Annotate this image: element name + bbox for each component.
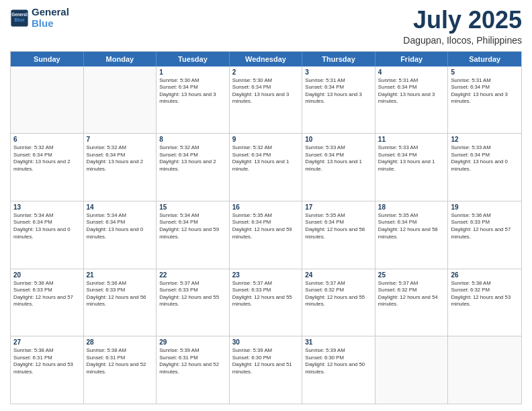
day-info: Sunrise: 5:34 AM Sunset: 6:34 PM Dayligh… <box>87 212 154 240</box>
day-number: 20 <box>13 271 81 279</box>
day-info: Sunrise: 5:31 AM Sunset: 6:34 PM Dayligh… <box>451 77 519 105</box>
header-day-thursday: Thursday <box>302 52 375 66</box>
logo-text-line2: Blue <box>32 18 69 30</box>
day-cell-19: 19Sunrise: 5:36 AM Sunset: 6:33 PM Dayli… <box>448 201 521 269</box>
day-cell-25: 25Sunrise: 5:37 AM Sunset: 6:32 PM Dayli… <box>375 269 449 336</box>
day-cell-7: 7Sunrise: 5:32 AM Sunset: 6:34 PM Daylig… <box>84 134 157 201</box>
main-title: July 2025 <box>403 7 522 34</box>
day-cell-21: 21Sunrise: 5:36 AM Sunset: 6:33 PM Dayli… <box>84 269 157 336</box>
day-number: 11 <box>378 136 445 143</box>
day-info: Sunrise: 5:39 AM Sunset: 6:30 PM Dayligh… <box>305 347 372 375</box>
day-number: 25 <box>378 271 445 279</box>
day-info: Sunrise: 5:38 AM Sunset: 6:31 PM Dayligh… <box>13 347 81 375</box>
logo-icon: General Blue <box>10 9 29 28</box>
empty-cell <box>448 336 521 404</box>
day-info: Sunrise: 5:31 AM Sunset: 6:34 PM Dayligh… <box>305 77 372 105</box>
day-info: Sunrise: 5:35 AM Sunset: 6:34 PM Dayligh… <box>305 212 372 240</box>
header-day-friday: Friday <box>375 52 449 66</box>
empty-cell <box>375 336 449 404</box>
day-info: Sunrise: 5:38 AM Sunset: 6:31 PM Dayligh… <box>87 347 154 375</box>
day-number: 9 <box>232 136 300 143</box>
day-info: Sunrise: 5:39 AM Sunset: 6:30 PM Dayligh… <box>232 347 300 375</box>
day-info: Sunrise: 5:37 AM Sunset: 6:33 PM Dayligh… <box>232 280 300 308</box>
day-info: Sunrise: 5:33 AM Sunset: 6:34 PM Dayligh… <box>378 144 445 173</box>
day-cell-22: 22Sunrise: 5:37 AM Sunset: 6:33 PM Dayli… <box>157 269 230 336</box>
day-number: 5 <box>451 68 519 76</box>
day-cell-20: 20Sunrise: 5:36 AM Sunset: 6:33 PM Dayli… <box>11 269 84 336</box>
calendar-body: 1Sunrise: 5:30 AM Sunset: 6:34 PM Daylig… <box>11 66 521 404</box>
day-info: Sunrise: 5:33 AM Sunset: 6:34 PM Dayligh… <box>305 144 372 173</box>
day-cell-18: 18Sunrise: 5:35 AM Sunset: 6:34 PM Dayli… <box>375 201 449 269</box>
day-number: 22 <box>159 271 226 279</box>
day-cell-5: 5Sunrise: 5:31 AM Sunset: 6:34 PM Daylig… <box>448 66 521 134</box>
calendar: SundayMondayTuesdayWednesdayThursdayFrid… <box>10 51 522 404</box>
day-number: 10 <box>305 136 372 143</box>
day-number: 16 <box>232 203 300 211</box>
day-cell-11: 11Sunrise: 5:33 AM Sunset: 6:34 PM Dayli… <box>375 134 449 201</box>
calendar-week-4: 20Sunrise: 5:36 AM Sunset: 6:33 PM Dayli… <box>11 269 521 337</box>
day-cell-26: 26Sunrise: 5:38 AM Sunset: 6:32 PM Dayli… <box>448 269 521 336</box>
day-info: Sunrise: 5:35 AM Sunset: 6:34 PM Dayligh… <box>232 212 300 240</box>
page: General Blue General Blue July 2025 Dagu… <box>0 0 532 411</box>
calendar-week-5: 27Sunrise: 5:38 AM Sunset: 6:31 PM Dayli… <box>11 336 521 404</box>
subtitle: Dagupan, Ilocos, Philippines <box>403 35 522 46</box>
calendar-week-1: 1Sunrise: 5:30 AM Sunset: 6:34 PM Daylig… <box>11 66 521 134</box>
day-cell-27: 27Sunrise: 5:38 AM Sunset: 6:31 PM Dayli… <box>11 336 84 404</box>
empty-cell <box>84 66 157 134</box>
day-number: 4 <box>378 68 445 76</box>
day-cell-29: 29Sunrise: 5:39 AM Sunset: 6:31 PM Dayli… <box>157 336 230 404</box>
day-cell-3: 3Sunrise: 5:31 AM Sunset: 6:34 PM Daylig… <box>302 66 375 134</box>
day-info: Sunrise: 5:30 AM Sunset: 6:34 PM Dayligh… <box>159 77 226 105</box>
calendar-header: SundayMondayTuesdayWednesdayThursdayFrid… <box>11 52 521 66</box>
day-number: 31 <box>305 338 372 346</box>
day-info: Sunrise: 5:36 AM Sunset: 6:33 PM Dayligh… <box>451 212 519 240</box>
day-cell-10: 10Sunrise: 5:33 AM Sunset: 6:34 PM Dayli… <box>302 134 375 201</box>
header-day-sunday: Sunday <box>11 52 84 66</box>
day-info: Sunrise: 5:34 AM Sunset: 6:34 PM Dayligh… <box>159 212 226 240</box>
day-number: 6 <box>13 136 81 143</box>
day-number: 1 <box>159 68 226 76</box>
header-day-wednesday: Wednesday <box>230 52 303 66</box>
day-info: Sunrise: 5:32 AM Sunset: 6:34 PM Dayligh… <box>232 144 300 173</box>
day-number: 12 <box>451 136 519 143</box>
day-info: Sunrise: 5:33 AM Sunset: 6:34 PM Dayligh… <box>451 144 519 173</box>
day-number: 2 <box>232 68 300 76</box>
day-number: 21 <box>87 271 154 279</box>
day-number: 24 <box>305 271 372 279</box>
day-cell-4: 4Sunrise: 5:31 AM Sunset: 6:34 PM Daylig… <box>375 66 449 134</box>
day-info: Sunrise: 5:32 AM Sunset: 6:34 PM Dayligh… <box>159 144 226 173</box>
day-number: 27 <box>13 338 81 346</box>
day-info: Sunrise: 5:34 AM Sunset: 6:34 PM Dayligh… <box>13 212 81 240</box>
day-number: 15 <box>159 203 226 211</box>
day-info: Sunrise: 5:37 AM Sunset: 6:33 PM Dayligh… <box>159 280 226 308</box>
day-cell-1: 1Sunrise: 5:30 AM Sunset: 6:34 PM Daylig… <box>157 66 230 134</box>
day-number: 17 <box>305 203 372 211</box>
day-number: 30 <box>232 338 300 346</box>
day-info: Sunrise: 5:38 AM Sunset: 6:32 PM Dayligh… <box>451 280 519 308</box>
day-info: Sunrise: 5:32 AM Sunset: 6:34 PM Dayligh… <box>87 144 154 173</box>
day-number: 13 <box>13 203 81 211</box>
logo-text-line1: General <box>32 7 69 18</box>
day-cell-14: 14Sunrise: 5:34 AM Sunset: 6:34 PM Dayli… <box>84 201 157 269</box>
day-cell-17: 17Sunrise: 5:35 AM Sunset: 6:34 PM Dayli… <box>302 201 375 269</box>
day-cell-15: 15Sunrise: 5:34 AM Sunset: 6:34 PM Dayli… <box>157 201 230 269</box>
svg-text:Blue: Blue <box>14 17 24 21</box>
day-cell-2: 2Sunrise: 5:30 AM Sunset: 6:34 PM Daylig… <box>230 66 303 134</box>
day-cell-23: 23Sunrise: 5:37 AM Sunset: 6:33 PM Dayli… <box>230 269 303 336</box>
day-cell-31: 31Sunrise: 5:39 AM Sunset: 6:30 PM Dayli… <box>302 336 375 404</box>
day-number: 8 <box>159 136 226 143</box>
day-number: 3 <box>305 68 372 76</box>
day-info: Sunrise: 5:30 AM Sunset: 6:34 PM Dayligh… <box>232 77 300 105</box>
empty-cell <box>11 66 84 134</box>
day-number: 18 <box>378 203 445 211</box>
calendar-week-2: 6Sunrise: 5:32 AM Sunset: 6:34 PM Daylig… <box>11 134 521 201</box>
day-cell-28: 28Sunrise: 5:38 AM Sunset: 6:31 PM Dayli… <box>84 336 157 404</box>
day-number: 28 <box>87 338 154 346</box>
day-number: 7 <box>87 136 154 143</box>
day-cell-12: 12Sunrise: 5:33 AM Sunset: 6:34 PM Dayli… <box>448 134 521 201</box>
day-info: Sunrise: 5:36 AM Sunset: 6:33 PM Dayligh… <box>13 280 81 308</box>
day-info: Sunrise: 5:37 AM Sunset: 6:32 PM Dayligh… <box>305 280 372 308</box>
day-info: Sunrise: 5:37 AM Sunset: 6:32 PM Dayligh… <box>378 280 445 308</box>
day-cell-9: 9Sunrise: 5:32 AM Sunset: 6:34 PM Daylig… <box>230 134 303 201</box>
day-number: 23 <box>232 271 300 279</box>
